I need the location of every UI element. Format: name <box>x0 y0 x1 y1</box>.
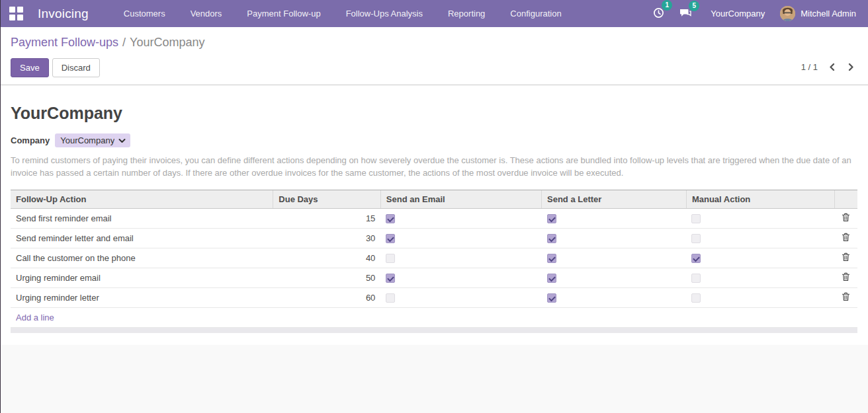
discard-button[interactable]: Discard <box>52 58 100 77</box>
help-text: To remind customers of paying their invo… <box>11 154 857 179</box>
save-button[interactable]: Save <box>11 58 49 77</box>
messages-button[interactable]: 5 <box>677 5 698 22</box>
company-select[interactable]: YourCompany <box>55 133 130 147</box>
send-email-checkbox[interactable] <box>386 293 395 303</box>
company-switcher[interactable]: YourCompany <box>704 9 774 19</box>
due-days-cell[interactable]: 30 <box>273 229 381 248</box>
due-days-cell[interactable]: 40 <box>273 248 381 268</box>
pager-previous-button[interactable] <box>827 61 837 73</box>
message-count-badge: 5 <box>689 1 699 11</box>
nav-item-reporting[interactable]: Reporting <box>435 0 498 27</box>
page-background <box>0 345 868 413</box>
followup-action-cell[interactable]: Send reminder letter and email <box>11 229 273 248</box>
manual-action-checkbox[interactable] <box>691 234 701 243</box>
due-days-cell[interactable]: 50 <box>273 268 381 288</box>
activity-clock-icon <box>653 9 664 20</box>
breadcrumb-current: YourCompany <box>130 36 204 49</box>
nav-item-payment-follow-up[interactable]: Payment Follow-up <box>234 0 333 27</box>
send-letter-checkbox[interactable] <box>547 254 556 263</box>
navbar-right: 1 5 YourCompany Mitchell Admin <box>650 5 859 22</box>
header-delete-column <box>834 190 857 209</box>
followup-table-row: Send first reminder email 15 <box>11 209 857 229</box>
apps-menu-icon[interactable] <box>9 7 23 20</box>
manual-action-checkbox[interactable] <box>691 214 701 223</box>
page-title: YourCompany <box>11 104 857 123</box>
pager-value: 1 / 1 <box>801 62 818 72</box>
header-due-days[interactable]: Due Days <box>273 190 381 209</box>
avatar <box>780 6 795 21</box>
followup-action-cell[interactable]: Urging reminder letter <box>11 288 273 308</box>
send-email-checkbox[interactable] <box>386 254 395 263</box>
pager: 1 / 1 <box>801 61 856 73</box>
button-row: Save Discard <box>11 58 857 77</box>
followup-action-cell[interactable]: Urging reminder email <box>11 268 273 288</box>
send-letter-checkbox[interactable] <box>547 293 556 303</box>
company-field-row: Company YourCompany <box>11 133 857 147</box>
breadcrumb-parent-link[interactable]: Payment Follow-ups <box>11 36 118 49</box>
delete-row-button[interactable] <box>842 233 850 242</box>
chat-bubble-icon <box>679 9 691 20</box>
list-footer-strip <box>11 328 857 333</box>
followup-lines-table: Follow-Up Action Due Days Send an Email … <box>11 190 857 328</box>
activities-button[interactable]: 1 <box>650 5 671 22</box>
control-panel: Payment Follow-ups/YourCompany Save Disc… <box>0 27 868 85</box>
add-a-line-link[interactable]: Add a line <box>16 313 54 322</box>
header-send-email[interactable]: Send an Email <box>380 190 541 209</box>
send-email-checkbox[interactable] <box>386 234 395 243</box>
app-name[interactable]: Invoicing <box>38 7 89 21</box>
table-header-row: Follow-Up Action Due Days Send an Email … <box>11 190 857 209</box>
followup-table-row: Call the customer on the phone 40 <box>11 248 857 268</box>
delete-row-button[interactable] <box>842 252 850 262</box>
user-menu[interactable]: Mitchell Admin <box>780 6 859 21</box>
header-manual-action[interactable]: Manual Action <box>686 190 834 209</box>
nav-item-customers[interactable]: Customers <box>111 0 178 27</box>
manual-action-checkbox[interactable] <box>691 254 701 263</box>
send-email-checkbox[interactable] <box>386 214 395 223</box>
company-select-wrap: YourCompany <box>55 133 130 147</box>
nav-item-follow-ups-analysis[interactable]: Follow-Ups Analysis <box>333 0 435 27</box>
delete-row-button[interactable] <box>842 213 850 222</box>
top-navbar: Invoicing CustomersVendorsPayment Follow… <box>0 0 868 27</box>
send-letter-checkbox[interactable] <box>547 274 556 283</box>
due-days-cell[interactable]: 15 <box>273 209 381 229</box>
nav-item-vendors[interactable]: Vendors <box>178 0 235 27</box>
header-followup-action[interactable]: Follow-Up Action <box>11 190 273 209</box>
user-name: Mitchell Admin <box>801 9 856 19</box>
followup-action-cell[interactable]: Send first reminder email <box>11 209 273 229</box>
form-sheet: YourCompany Company YourCompany To remin… <box>0 85 868 345</box>
header-send-letter[interactable]: Send a Letter <box>542 190 687 209</box>
followup-table-row: Urging reminder letter 60 <box>11 288 857 308</box>
followup-table-row: Send reminder letter and email 30 <box>11 229 857 248</box>
send-email-checkbox[interactable] <box>386 274 395 283</box>
delete-row-button[interactable] <box>842 292 850 301</box>
followup-table-row: Urging reminder email 50 <box>11 268 857 288</box>
add-line-row: Add a line <box>11 308 857 328</box>
delete-row-button[interactable] <box>842 272 850 282</box>
send-letter-checkbox[interactable] <box>547 214 556 223</box>
send-letter-checkbox[interactable] <box>547 234 556 243</box>
window-left-edge <box>0 0 1 413</box>
breadcrumb: Payment Follow-ups/YourCompany <box>11 36 857 50</box>
due-days-cell[interactable]: 60 <box>273 288 381 308</box>
nav-menu: CustomersVendorsPayment Follow-upFollow-… <box>111 0 574 27</box>
manual-action-checkbox[interactable] <box>691 274 701 283</box>
nav-item-configuration[interactable]: Configuration <box>498 0 574 27</box>
pager-next-button[interactable] <box>846 61 856 73</box>
company-field-label: Company <box>11 135 50 145</box>
breadcrumb-separator: / <box>122 36 126 49</box>
manual-action-checkbox[interactable] <box>691 293 701 303</box>
followup-action-cell[interactable]: Call the customer on the phone <box>11 248 273 268</box>
activity-count-badge: 1 <box>662 0 672 11</box>
